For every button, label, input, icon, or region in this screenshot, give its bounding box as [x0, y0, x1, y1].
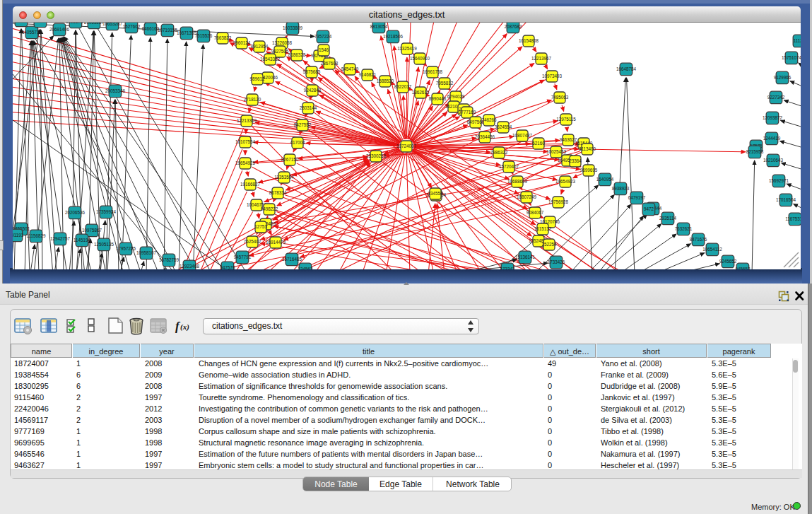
svg-text:9146821: 9146821	[359, 72, 377, 77]
svg-text:15640910: 15640910	[410, 56, 430, 61]
svg-text:1640954: 1640954	[596, 177, 614, 182]
svg-text:9827505: 9827505	[271, 49, 289, 54]
svg-text:1145194: 1145194	[73, 238, 91, 243]
svg-text:1733426: 1733426	[548, 259, 565, 264]
svg-text:17957225: 17957225	[116, 246, 136, 251]
svg-text:10719155: 10719155	[158, 28, 178, 33]
svg-text:15716485: 15716485	[282, 257, 302, 262]
svg-text:391191: 391191	[13, 233, 24, 238]
svg-text:1546: 1546	[319, 47, 329, 52]
svg-text:10025453: 10025453	[546, 149, 567, 154]
svg-text:7955812: 7955812	[436, 81, 454, 86]
svg-text:8813054: 8813054	[370, 24, 388, 29]
svg-text:19931714: 19931714	[66, 23, 86, 24]
svg-text:19654923: 19654923	[555, 179, 576, 184]
svg-text:8471676: 8471676	[690, 237, 707, 242]
svg-text:2087682: 2087682	[505, 24, 522, 29]
svg-text:13226058: 13226058	[272, 40, 293, 45]
svg-text:16782759: 16782759	[159, 257, 180, 262]
svg-text:9457791: 9457791	[234, 255, 252, 259]
svg-text:8427552: 8427552	[294, 122, 312, 127]
svg-text:3113400: 3113400	[579, 146, 596, 151]
svg-text:1588520: 1588520	[377, 78, 394, 83]
svg-text:124563: 124563	[298, 267, 313, 269]
svg-text:12093872: 12093872	[763, 115, 783, 120]
svg-text:10210643: 10210643	[763, 158, 784, 163]
svg-text:9777169: 9777169	[459, 110, 476, 115]
svg-text:945652: 945652	[735, 267, 751, 269]
svg-text:23364: 23364	[569, 158, 582, 163]
svg-text:18724007: 18724007	[396, 144, 417, 148]
svg-text:10975867: 10975867	[82, 228, 102, 233]
svg-text:19654925: 19654925	[235, 160, 256, 165]
svg-text:8322037: 8322037	[394, 84, 412, 89]
svg-text:14055712: 14055712	[22, 30, 42, 35]
svg-text:2935114: 2935114	[659, 216, 677, 221]
svg-text:8678334: 8678334	[269, 190, 287, 195]
svg-text:2803144: 2803144	[300, 105, 317, 110]
svg-text:15751074: 15751074	[782, 55, 801, 60]
svg-text:10973493: 10973493	[542, 74, 563, 78]
svg-text:11353594: 11353594	[274, 175, 294, 180]
svg-text:947579: 947579	[220, 265, 235, 269]
svg-text:12213369: 12213369	[237, 118, 257, 123]
svg-text:21053287: 21053287	[84, 23, 105, 25]
svg-text:8186328: 8186328	[288, 52, 306, 57]
svg-text:(x): (x)	[180, 322, 189, 332]
svg-text:8938923: 8938923	[612, 186, 630, 191]
svg-text:1527602: 1527602	[123, 24, 141, 29]
svg-text:12942757: 12942757	[50, 236, 71, 241]
svg-text:19756928: 19756928	[548, 199, 569, 204]
svg-text:9227342: 9227342	[767, 95, 785, 100]
svg-text:9129966: 9129966	[774, 75, 792, 80]
svg-text:11124: 11124	[794, 38, 801, 43]
svg-text:9242848: 9242848	[304, 88, 322, 93]
svg-text:8990448: 8990448	[429, 96, 447, 101]
svg-text:12213967: 12213967	[531, 56, 552, 61]
svg-text:62160: 62160	[532, 141, 545, 146]
svg-text:9245652: 9245652	[719, 259, 737, 264]
svg-text:11156829: 11156829	[26, 233, 46, 238]
svg-text:20364436: 20364436	[475, 134, 495, 139]
svg-text:10958107: 10958107	[136, 250, 157, 255]
svg-text:8267150: 8267150	[281, 157, 299, 162]
svg-text:20301414: 20301414	[30, 23, 51, 23]
svg-text:15136141: 15136141	[515, 255, 536, 259]
svg-text:10107554: 10107554	[235, 139, 256, 144]
svg-text:10653287: 10653287	[102, 23, 123, 26]
svg-text:16543382: 16543382	[260, 57, 281, 62]
svg-text:20053346: 20053346	[105, 88, 126, 93]
svg-text:9084067: 9084067	[526, 210, 544, 215]
svg-text:10654112: 10654112	[702, 247, 722, 252]
svg-text:10807487: 10807487	[512, 133, 533, 138]
svg-text:12923468: 12923468	[180, 264, 200, 269]
svg-text:16648784: 16648784	[616, 66, 637, 71]
svg-text:5875685: 5875685	[303, 69, 321, 74]
svg-text:15692971: 15692971	[769, 178, 789, 183]
svg-text:7357224: 7357224	[314, 34, 332, 39]
svg-text:2867608: 2867608	[321, 61, 339, 66]
svg-text:8215953: 8215953	[746, 149, 764, 154]
svg-text:16671355: 16671355	[177, 30, 197, 35]
svg-text:1244419: 1244419	[763, 136, 781, 141]
svg-text:16961758: 16961758	[423, 69, 443, 74]
svg-text:7485063: 7485063	[551, 95, 569, 100]
svg-text:7632621: 7632621	[675, 226, 693, 231]
svg-text:746266: 746266	[481, 117, 497, 122]
svg-text:7625402: 7625402	[244, 239, 261, 244]
svg-text:6794028: 6794028	[447, 94, 465, 99]
svg-text:3624554: 3624554	[495, 124, 512, 129]
svg-text:1362615: 1362615	[412, 90, 430, 95]
svg-text:19218506: 19218506	[383, 34, 404, 39]
svg-text:989612: 989612	[249, 76, 265, 81]
svg-text:17016504: 17016504	[776, 197, 796, 202]
svg-text:10688609: 10688609	[507, 179, 528, 184]
svg-text:2718120: 2718120	[244, 97, 261, 102]
svg-text:8454749: 8454749	[341, 66, 359, 71]
svg-text:12975115: 12975115	[556, 117, 576, 122]
svg-text:252254: 252254	[541, 242, 557, 247]
svg-text:20691406: 20691406	[49, 27, 70, 32]
svg-text:9699695: 9699695	[580, 168, 598, 173]
svg-text:20206536: 20206536	[65, 210, 86, 215]
svg-text:16154808: 16154808	[519, 38, 539, 43]
